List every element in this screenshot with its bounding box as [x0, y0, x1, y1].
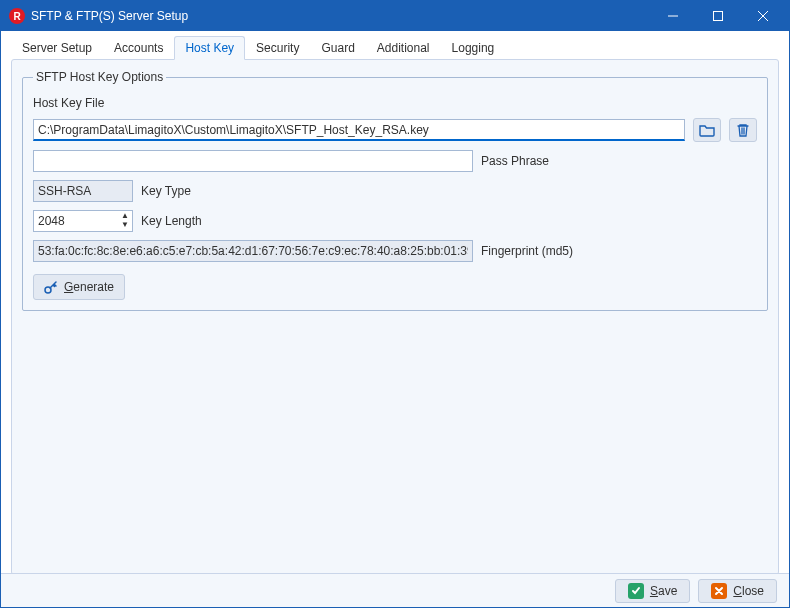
- check-icon: [628, 583, 644, 599]
- panel-area: SFTP Host Key Options Host Key File: [11, 59, 779, 575]
- tab-bar: Server Setup Accounts Host Key Security …: [1, 31, 789, 59]
- generate-button[interactable]: Generate: [33, 274, 125, 300]
- x-icon: [711, 583, 727, 599]
- pass-phrase-input[interactable]: [33, 150, 473, 172]
- key-type-field: [33, 180, 133, 202]
- title-bar: R SFTP & FTP(S) Server Setup: [1, 1, 789, 31]
- host-key-file-label: Host Key File: [33, 96, 104, 110]
- host-key-file-input[interactable]: [33, 119, 685, 141]
- footer-bar: Save Close: [1, 573, 789, 607]
- key-icon: [44, 280, 58, 294]
- key-length-down[interactable]: ▼: [119, 220, 131, 229]
- browse-button[interactable]: [693, 118, 721, 142]
- window-title: SFTP & FTP(S) Server Setup: [31, 9, 650, 23]
- key-type-label: Key Type: [141, 184, 191, 198]
- close-label: Close: [733, 584, 764, 598]
- tab-additional[interactable]: Additional: [366, 36, 441, 60]
- generate-label: Generate: [64, 280, 114, 294]
- pass-phrase-label: Pass Phrase: [481, 154, 549, 168]
- key-length-input[interactable]: [33, 210, 133, 232]
- save-label: Save: [650, 584, 677, 598]
- close-button[interactable]: Close: [698, 579, 777, 603]
- group-legend: SFTP Host Key Options: [33, 70, 166, 84]
- key-length-up[interactable]: ▲: [119, 211, 131, 220]
- save-button[interactable]: Save: [615, 579, 690, 603]
- maximize-icon: [713, 11, 723, 21]
- svg-rect-1: [713, 12, 722, 21]
- folder-icon: [699, 123, 715, 137]
- close-window-button[interactable]: [740, 1, 785, 31]
- tab-server-setup[interactable]: Server Setup: [11, 36, 103, 60]
- tab-host-key[interactable]: Host Key: [174, 36, 245, 60]
- tab-guard[interactable]: Guard: [310, 36, 365, 60]
- fingerprint-label: Fingerprint (md5): [481, 244, 573, 258]
- minimize-button[interactable]: [650, 1, 695, 31]
- fingerprint-field: [33, 240, 473, 262]
- host-key-options-group: SFTP Host Key Options Host Key File: [22, 70, 768, 311]
- delete-button[interactable]: [729, 118, 757, 142]
- tab-accounts[interactable]: Accounts: [103, 36, 174, 60]
- maximize-button[interactable]: [695, 1, 740, 31]
- close-icon: [758, 11, 768, 21]
- minimize-icon: [668, 11, 678, 21]
- app-icon: R: [9, 8, 25, 24]
- tab-logging[interactable]: Logging: [441, 36, 506, 60]
- key-length-label: Key Length: [141, 214, 202, 228]
- tab-security[interactable]: Security: [245, 36, 310, 60]
- trash-icon: [736, 122, 750, 138]
